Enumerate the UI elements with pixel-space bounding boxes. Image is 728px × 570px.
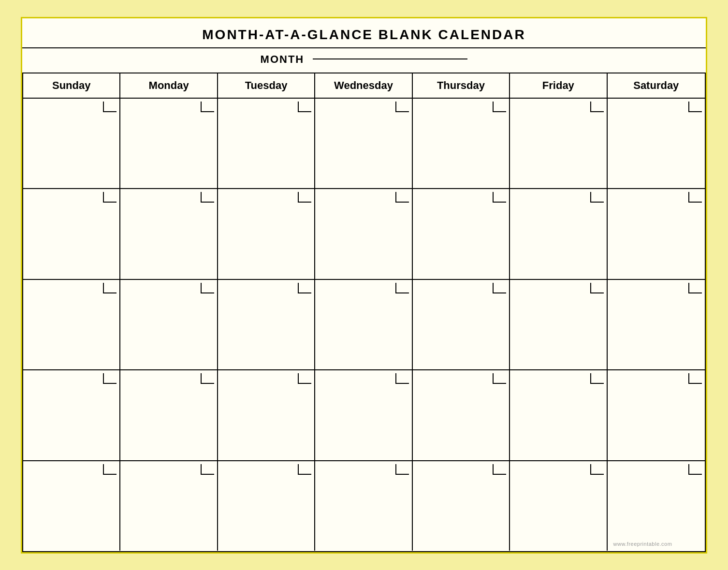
date-corner (688, 192, 702, 203)
cell-r1-wed[interactable] (315, 99, 412, 189)
cell-r3-fri[interactable] (510, 280, 607, 370)
cell-r1-sat[interactable] (608, 99, 705, 189)
cell-r5-tue[interactable] (218, 461, 315, 551)
cell-r2-sat[interactable] (608, 189, 705, 279)
cell-r4-mon[interactable] (120, 370, 218, 460)
cell-r4-thu[interactable] (413, 370, 510, 460)
date-corner (201, 283, 214, 293)
date-corner (395, 192, 409, 203)
calendar-rows: www.freeprintable.com (23, 99, 705, 551)
cell-r4-fri[interactable] (510, 370, 607, 460)
calendar-container: MONTH-AT-A-GLANCE BLANK CALENDAR MONTH S… (21, 17, 707, 554)
date-corner (201, 373, 214, 384)
date-corner (395, 283, 409, 293)
cell-r1-thu[interactable] (413, 99, 510, 189)
cell-r2-wed[interactable] (315, 189, 412, 279)
date-corner (298, 373, 311, 384)
date-corner (590, 102, 604, 112)
month-header: MONTH (22, 47, 706, 73)
calendar-row-5: www.freeprintable.com (23, 461, 705, 551)
calendar-row-4 (23, 370, 705, 461)
date-corner (590, 464, 604, 475)
cell-r3-wed[interactable] (315, 280, 412, 370)
cell-r2-sun[interactable] (23, 189, 120, 279)
date-corner (201, 192, 214, 203)
date-corner (201, 102, 214, 112)
month-label: MONTH (261, 53, 305, 65)
date-corner (103, 283, 116, 293)
header-monday: Monday (120, 73, 218, 98)
day-headers-row: Sunday Monday Tuesday Wednesday Thursday… (23, 73, 705, 99)
date-corner (298, 283, 311, 293)
date-corner (395, 102, 409, 112)
header-tuesday: Tuesday (218, 73, 315, 98)
date-corner (103, 464, 116, 475)
cell-r4-tue[interactable] (218, 370, 315, 460)
cell-r5-mon[interactable] (120, 461, 218, 551)
cell-r2-fri[interactable] (510, 189, 607, 279)
header-friday: Friday (510, 73, 607, 98)
cell-r5-sun[interactable] (23, 461, 120, 551)
header-wednesday: Wednesday (315, 73, 412, 98)
date-corner (493, 192, 506, 203)
watermark: www.freeprintable.com (613, 541, 672, 547)
month-line (313, 58, 467, 59)
cell-r2-thu[interactable] (413, 189, 510, 279)
calendar-row-3 (23, 280, 705, 371)
date-corner (493, 373, 506, 384)
calendar-grid: Sunday Monday Tuesday Wednesday Thursday… (22, 73, 706, 552)
cell-r4-sun[interactable] (23, 370, 120, 460)
date-corner (688, 283, 702, 293)
cell-r4-sat[interactable] (608, 370, 705, 460)
date-corner (201, 464, 214, 475)
cell-r3-mon[interactable] (120, 280, 218, 370)
cell-r5-wed[interactable] (315, 461, 412, 551)
date-corner (688, 373, 702, 384)
date-corner (103, 192, 116, 203)
date-corner (493, 283, 506, 293)
header-thursday: Thursday (413, 73, 510, 98)
cell-r1-tue[interactable] (218, 99, 315, 189)
cell-r2-tue[interactable] (218, 189, 315, 279)
date-corner (298, 102, 311, 112)
cell-r3-tue[interactable] (218, 280, 315, 370)
date-corner (103, 102, 116, 112)
cell-r3-thu[interactable] (413, 280, 510, 370)
date-corner (590, 192, 604, 203)
date-corner (493, 464, 506, 475)
cell-r2-mon[interactable] (120, 189, 218, 279)
cell-r4-wed[interactable] (315, 370, 412, 460)
calendar-row-2 (23, 189, 705, 280)
date-corner (688, 464, 702, 475)
calendar-title: MONTH-AT-A-GLANCE BLANK CALENDAR (22, 18, 706, 47)
date-corner (298, 192, 311, 203)
date-corner (395, 373, 409, 384)
date-corner (103, 373, 116, 384)
cell-r5-thu[interactable] (413, 461, 510, 551)
date-corner (688, 102, 702, 112)
date-corner (590, 373, 604, 384)
cell-r5-sat[interactable]: www.freeprintable.com (608, 461, 705, 551)
header-sunday: Sunday (23, 73, 120, 98)
cell-r1-mon[interactable] (120, 99, 218, 189)
cell-r1-sun[interactable] (23, 99, 120, 189)
calendar-row-1 (23, 99, 705, 190)
date-corner (298, 464, 311, 475)
cell-r1-fri[interactable] (510, 99, 607, 189)
cell-r3-sat[interactable] (608, 280, 705, 370)
date-corner (395, 464, 409, 475)
date-corner (590, 283, 604, 293)
cell-r5-fri[interactable] (510, 461, 607, 551)
header-saturday: Saturday (608, 73, 705, 98)
cell-r3-sun[interactable] (23, 280, 120, 370)
date-corner (493, 102, 506, 112)
